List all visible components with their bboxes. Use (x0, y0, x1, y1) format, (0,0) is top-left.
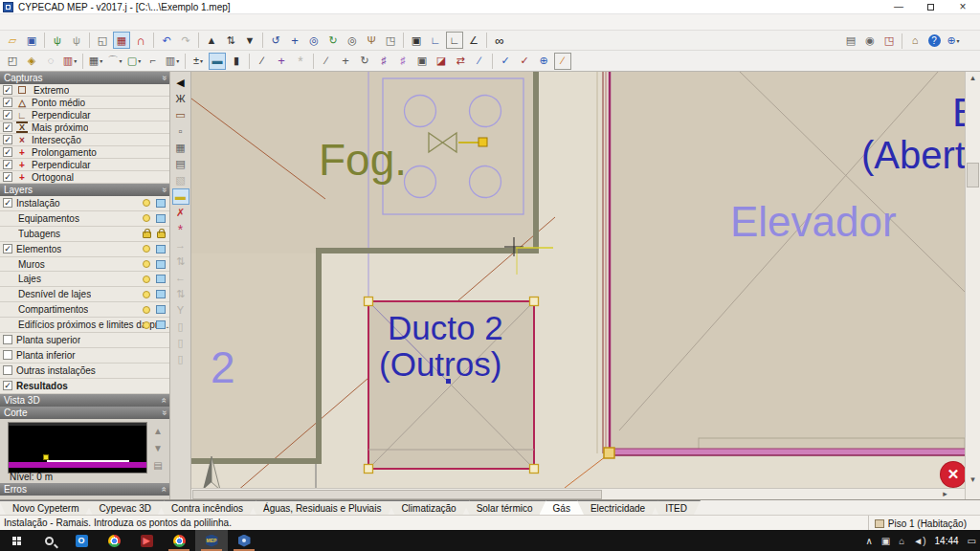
undo-button[interactable]: ↶ (158, 32, 175, 49)
rotate-view-button[interactable]: ↺ (267, 32, 284, 49)
chevron-down-icon[interactable]: » (160, 187, 168, 192)
tab-contra-inc-ndios[interactable]: Contra incêndios (158, 500, 256, 515)
zoom-out-button[interactable]: ◎ (305, 32, 323, 49)
taskbar-chrome-2[interactable] (163, 530, 195, 551)
tab--guas-residuais-e-pluviais[interactable]: Águas, Residuais e Pluviais (250, 500, 394, 515)
fence-tool-button[interactable]: ♯ (375, 53, 392, 70)
start-button[interactable] (0, 530, 33, 551)
taskbar-cypecad-mep[interactable]: MEP (195, 530, 228, 551)
vertical-pipe-button[interactable]: ▮ (228, 53, 245, 70)
layer-row[interactable]: Planta superior (0, 333, 169, 348)
chevron-up-icon[interactable]: » (160, 487, 168, 492)
dropdown-arrow-icon[interactable]: ▾ (957, 37, 960, 44)
erase-tool-button[interactable]: ◪ (433, 53, 450, 70)
new-view-button[interactable]: ◰ (4, 53, 21, 70)
dropdown-arrow-icon[interactable]: ▾ (138, 57, 141, 64)
dialog-window-button[interactable]: ◱ (94, 32, 111, 49)
grid-button[interactable]: ▦ (172, 140, 189, 156)
dropdown-arrow-icon[interactable]: ▾ (74, 57, 77, 64)
visibility-bulb-icon[interactable] (143, 245, 150, 253)
capture-row[interactable]: ✓XMais próximo (0, 121, 169, 134)
move-node-button[interactable]: + (273, 53, 290, 70)
tab-solar-t-rmico[interactable]: Solar térmico (463, 500, 546, 515)
view3d-cube-icon[interactable] (156, 214, 166, 223)
pipe-corner-button[interactable]: ⌐ (145, 53, 162, 70)
layer-row[interactable]: Compartimentos (0, 302, 169, 318)
level-down-button[interactable]: ▼ (151, 442, 165, 455)
view3d-cube-icon[interactable] (156, 245, 166, 253)
taskbar-chrome-1[interactable] (98, 530, 130, 551)
dropdown-arrow-icon[interactable]: ▾ (119, 57, 122, 64)
view3d-cube-icon[interactable] (156, 290, 166, 298)
delete-x-button[interactable]: ✗ (172, 205, 189, 221)
floor-up-button[interactable]: ▲ (203, 32, 220, 49)
full-view-button[interactable]: ▣ (408, 32, 425, 49)
checkbox[interactable] (3, 350, 12, 360)
visibility-bulb-icon[interactable] (143, 321, 150, 329)
swap-tool-button[interactable]: ⇄ (452, 53, 469, 70)
zoom-window-button[interactable]: ◎ (344, 32, 361, 49)
minimize-button[interactable]: — (885, 1, 912, 13)
dropdown-arrow-icon[interactable]: ▾ (100, 57, 102, 64)
taskbar-hex-app[interactable] (228, 530, 260, 551)
hatch-pattern-button[interactable]: ▦ (113, 32, 130, 49)
door-tool-button[interactable]: ⌒▾ (106, 53, 123, 70)
export-view-button[interactable]: ◳ (880, 33, 898, 50)
checkbox[interactable]: ✓ (3, 135, 12, 144)
tab-climatiza-o[interactable]: Climatização (388, 500, 469, 515)
tab-novo-cypeterm[interactable]: Novo Cypeterm (0, 500, 92, 515)
tab-electricidade[interactable]: Electricidade (577, 500, 658, 515)
visibility-bulb-icon[interactable] (143, 276, 150, 283)
label-tool-button[interactable]: ▬ (172, 188, 189, 205)
select-arrow-button[interactable]: ◀ (172, 75, 189, 91)
floor-down-button[interactable]: ▼ (241, 32, 258, 49)
lock-icon[interactable] (157, 231, 166, 238)
section-level-marker[interactable] (43, 454, 49, 460)
help-button[interactable]: ? (925, 33, 943, 50)
taskbar-clock[interactable]: 14:44 (935, 536, 959, 546)
equipment-tool-button[interactable]: ▦▾ (87, 53, 104, 70)
layer-row[interactable]: Tubagens (0, 227, 169, 242)
dim-reference-button[interactable]: ±▾ (189, 53, 207, 70)
section-preview[interactable] (8, 422, 147, 474)
visibility-bulb-icon[interactable] (143, 199, 150, 207)
horizontal-pipe-button[interactable]: ▬ (209, 53, 226, 70)
capture-row[interactable]: ✓∟Perpendicular (0, 109, 169, 121)
draw-rect-button[interactable]: ▭ (172, 107, 189, 123)
checkbox[interactable]: ✓ (3, 160, 12, 169)
drawing-canvas[interactable]: Fog. 2 Elevador B (Abertu Ducto 2 (Outro… (191, 72, 965, 488)
edit-pen-button[interactable]: ∕ (318, 53, 335, 70)
capture-row[interactable]: ✓+Prolongamento (0, 146, 169, 159)
visibility-bulb-icon[interactable] (143, 260, 150, 268)
circles-tool-button[interactable]: ◌ (42, 53, 59, 70)
capture-tool-gray-button[interactable]: ψ (68, 32, 85, 49)
checkbox[interactable]: ✓ (3, 98, 12, 107)
tools-button[interactable]: Ж (172, 91, 189, 107)
table-tool-button[interactable]: ▥▾ (164, 53, 181, 70)
pan-hand-button[interactable]: Ψ (363, 32, 380, 49)
corte-panel-header[interactable]: Corte » (0, 407, 169, 419)
horizontal-scroll-thumb[interactable] (192, 490, 602, 499)
search-button[interactable] (33, 530, 65, 551)
erros-panel-header[interactable]: Erros » (0, 483, 169, 496)
snapshot-button[interactable]: ◉ (861, 33, 879, 50)
tray-camera-icon[interactable]: ▣ (881, 536, 890, 546)
tab-cypevac-3d[interactable]: Cypevac 3D (85, 500, 164, 515)
taskbar-outlook[interactable]: O (65, 530, 98, 551)
view3d-cube-icon[interactable] (156, 305, 166, 314)
tray-chevron-icon[interactable]: ∧ (865, 536, 872, 546)
floor-select-button[interactable]: ⇅ (222, 32, 239, 49)
copy-tool-button[interactable]: ▣ (413, 53, 431, 70)
angle-tool-selected-button[interactable]: ∟ (446, 32, 463, 49)
checkbox[interactable] (3, 335, 12, 344)
magnet-snap-button[interactable]: ∩ (132, 32, 149, 49)
scroll-up-arrow[interactable]: ▴ (966, 72, 980, 84)
layer-row[interactable]: ✓Instalação (0, 196, 169, 211)
pipe-node-handle[interactable] (479, 138, 487, 146)
dropdown-arrow-icon[interactable]: ▾ (176, 57, 179, 64)
layer-row[interactable]: ✓Elementos (0, 242, 169, 257)
floor-selector[interactable]: Piso 1 (Habitação) (868, 516, 967, 531)
view3d-cube-icon[interactable] (156, 320, 166, 329)
taskbar-media-app[interactable]: ▶ (130, 530, 163, 551)
draw-polyline-button[interactable]: ∕ (254, 53, 271, 70)
